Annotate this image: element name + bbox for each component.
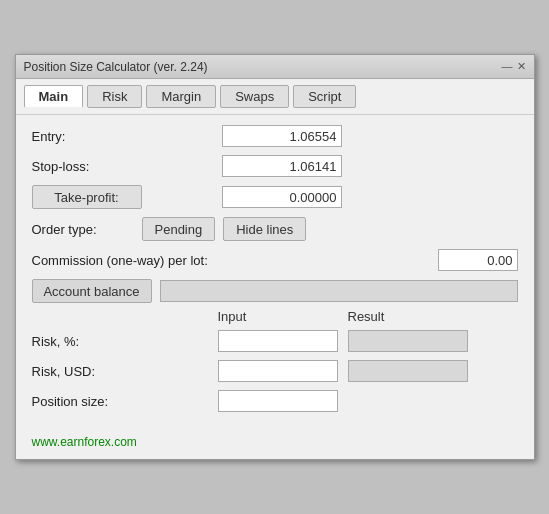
main-content: Entry: Stop-loss: Take-profit: Order typ… [16, 115, 534, 430]
column-headers: Input Result [32, 309, 518, 324]
tab-bar: Main Risk Margin Swaps Script [16, 79, 534, 115]
result-column-header: Result [348, 309, 478, 324]
window-controls[interactable]: — ✕ [502, 60, 526, 73]
position-size-label: Position size: [32, 394, 218, 409]
entry-input[interactable] [222, 125, 342, 147]
hide-lines-button[interactable]: Hide lines [223, 217, 306, 241]
ordertype-row: Order type: Pending Hide lines [32, 217, 518, 241]
account-balance-display [160, 280, 518, 302]
ordertype-label: Order type: [32, 222, 142, 237]
close-button[interactable]: ✕ [517, 60, 526, 73]
window-title: Position Size Calculator (ver. 2.24) [24, 60, 208, 74]
stoploss-label: Stop-loss: [32, 159, 222, 174]
takeprofit-input[interactable] [222, 186, 342, 208]
risk-percent-result [348, 330, 468, 352]
commission-input[interactable] [438, 249, 518, 271]
stoploss-input[interactable] [222, 155, 342, 177]
tab-risk[interactable]: Risk [87, 85, 142, 108]
position-size-row: Position size: [32, 390, 518, 412]
minimize-button[interactable]: — [502, 60, 513, 73]
commission-label: Commission (one-way) per lot: [32, 253, 438, 268]
risk-percent-input[interactable] [218, 330, 338, 352]
tab-margin[interactable]: Margin [146, 85, 216, 108]
pending-button[interactable]: Pending [142, 217, 216, 241]
commission-row: Commission (one-way) per lot: [32, 249, 518, 271]
input-column-header: Input [218, 309, 348, 324]
tab-swaps[interactable]: Swaps [220, 85, 289, 108]
position-size-input[interactable] [218, 390, 338, 412]
account-balance-row: Account balance [32, 279, 518, 303]
takeprofit-button[interactable]: Take-profit: [32, 185, 142, 209]
title-bar: Position Size Calculator (ver. 2.24) — ✕ [16, 55, 534, 79]
tab-script[interactable]: Script [293, 85, 356, 108]
footer: www.earnforex.com [16, 430, 534, 459]
entry-row: Entry: [32, 125, 518, 147]
takeprofit-row: Take-profit: [32, 185, 518, 209]
stoploss-row: Stop-loss: [32, 155, 518, 177]
risk-usd-label: Risk, USD: [32, 364, 218, 379]
account-balance-button[interactable]: Account balance [32, 279, 152, 303]
ordertype-controls: Pending Hide lines [142, 217, 307, 241]
entry-label: Entry: [32, 129, 222, 144]
risk-usd-row: Risk, USD: [32, 360, 518, 382]
risk-percent-row: Risk, %: [32, 330, 518, 352]
risk-usd-result [348, 360, 468, 382]
risk-usd-input[interactable] [218, 360, 338, 382]
risk-percent-label: Risk, %: [32, 334, 218, 349]
earnforex-link[interactable]: www.earnforex.com [32, 435, 137, 449]
tab-main[interactable]: Main [24, 85, 84, 108]
